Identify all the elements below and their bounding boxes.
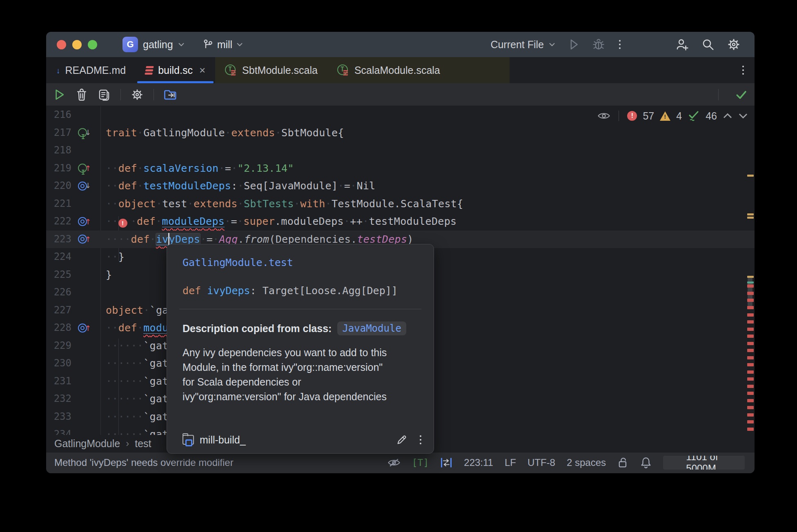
trait-member-gutter-icon[interactable] bbox=[77, 163, 89, 173]
run-script-icon[interactable] bbox=[53, 88, 66, 101]
minimize-window-button[interactable] bbox=[72, 40, 82, 49]
stripe-mark[interactable] bbox=[747, 282, 754, 284]
add-user-icon[interactable] bbox=[675, 38, 689, 51]
error-badge-icon[interactable]: ! bbox=[627, 111, 637, 121]
vcs-widget[interactable]: mill bbox=[203, 39, 243, 51]
stripe-mark[interactable] bbox=[747, 306, 754, 309]
unlocked-icon[interactable] bbox=[617, 457, 629, 469]
stripe-mark[interactable] bbox=[747, 349, 754, 352]
edit-pencil-icon[interactable] bbox=[396, 434, 407, 446]
code-line[interactable]: 222··!·def·moduleDeps·=·super.moduleDeps… bbox=[46, 213, 755, 231]
stripe-mark[interactable] bbox=[747, 406, 754, 409]
stripe-mark[interactable] bbox=[747, 335, 754, 338]
stripe-mark[interactable] bbox=[747, 292, 754, 295]
stripe-mark[interactable] bbox=[747, 175, 754, 177]
prev-problem-chevron-icon[interactable] bbox=[723, 113, 732, 119]
run-configuration-select[interactable]: Current File bbox=[490, 39, 555, 51]
override-gutter-icon[interactable] bbox=[77, 181, 89, 191]
code-line[interactable]: 219··def·scalaVersion·=·"2.13.14" bbox=[46, 160, 755, 177]
trait-member-gutter-icon[interactable] bbox=[77, 127, 89, 138]
warning-count[interactable]: 4 bbox=[676, 110, 682, 122]
error-bulb-icon[interactable]: ! bbox=[118, 213, 131, 231]
stripe-mark[interactable] bbox=[747, 377, 754, 381]
stripe-mark[interactable] bbox=[747, 213, 754, 215]
code-text[interactable]: ··!·def·moduleDeps·=·super.moduleDeps·++… bbox=[106, 213, 755, 231]
line-ending[interactable]: LF bbox=[505, 457, 516, 468]
passed-count[interactable]: 46 bbox=[706, 110, 717, 122]
tab-label: ScalaModule.scala bbox=[354, 64, 440, 76]
stripe-mark[interactable] bbox=[747, 399, 754, 402]
stripe-mark[interactable] bbox=[747, 420, 754, 423]
doc-description-line: Module, in the format ivy"org::name:vers… bbox=[183, 360, 418, 375]
tab-options-icon[interactable] bbox=[741, 64, 746, 76]
stripe-mark[interactable] bbox=[747, 428, 754, 431]
project-widget[interactable]: G gatling bbox=[122, 37, 185, 52]
doc-more-icon[interactable] bbox=[418, 434, 423, 446]
tab-sbtmodule[interactable]: SbtModule.scala bbox=[215, 57, 327, 83]
zoom-window-button[interactable] bbox=[88, 40, 97, 49]
override-gutter-icon[interactable] bbox=[77, 216, 89, 227]
doc-class-chip[interactable]: JavaModule bbox=[337, 321, 406, 335]
stripe-mark[interactable] bbox=[747, 413, 754, 417]
indent-setting[interactable]: 2 spaces bbox=[567, 457, 606, 468]
more-actions-icon[interactable] bbox=[617, 38, 622, 51]
code-line[interactable]: 217trait·GatlingModule·extends·SbtModule… bbox=[46, 124, 755, 142]
doc-qualifier-link[interactable]: GatlingModule.test bbox=[183, 257, 418, 268]
delete-icon[interactable] bbox=[76, 88, 88, 101]
stripe-mark[interactable] bbox=[747, 356, 754, 359]
code-line[interactable]: 218 bbox=[46, 142, 755, 160]
tab-readme[interactable]: README.md bbox=[46, 57, 136, 83]
copy-icon[interactable] bbox=[98, 88, 111, 101]
warning-badge-icon[interactable] bbox=[660, 111, 670, 121]
memory-indicator[interactable]: 1101 of 5000M bbox=[663, 456, 745, 470]
error-stripe[interactable] bbox=[746, 106, 755, 435]
documentation-popup: GatlingModule.test def ivyDeps: Target[L… bbox=[167, 244, 434, 454]
close-tab-icon[interactable]: × bbox=[199, 64, 205, 77]
close-window-button[interactable] bbox=[57, 40, 66, 49]
file-encoding[interactable]: UTF-8 bbox=[528, 457, 555, 468]
code-text[interactable]: ··object·test·extends·SbtTests·with·Test… bbox=[106, 195, 755, 213]
breadcrumb-item[interactable]: GatlingModule bbox=[54, 438, 120, 450]
highlighting-eye-icon[interactable] bbox=[597, 111, 610, 121]
stripe-mark[interactable] bbox=[747, 370, 754, 374]
run-icon[interactable] bbox=[568, 38, 580, 51]
line-number: 221 bbox=[46, 195, 71, 213]
error-count[interactable]: 57 bbox=[643, 110, 654, 122]
stripe-mark[interactable] bbox=[747, 284, 754, 288]
override-gutter-icon[interactable] bbox=[77, 323, 89, 333]
code-line[interactable]: 220··def·testModuleDeps:·Seq[JavaModule]… bbox=[46, 177, 755, 195]
stripe-mark[interactable] bbox=[747, 385, 754, 388]
code-text[interactable]: ··def·scalaVersion·=·"2.13.14" bbox=[106, 160, 755, 177]
search-icon[interactable] bbox=[701, 38, 715, 51]
caret-position[interactable]: 223:11 bbox=[464, 457, 493, 468]
script-settings-gear-icon[interactable] bbox=[131, 88, 144, 101]
open-in-console-icon[interactable] bbox=[164, 89, 178, 101]
inspections-off-eye-icon[interactable] bbox=[387, 457, 401, 468]
stripe-mark[interactable] bbox=[747, 328, 754, 331]
type-annotation-badge[interactable]: [T] bbox=[412, 457, 429, 468]
stripe-mark[interactable] bbox=[747, 363, 754, 366]
breadcrumb-item[interactable]: test bbox=[135, 438, 151, 450]
stripe-mark[interactable] bbox=[747, 320, 754, 324]
soft-wrap-icon[interactable] bbox=[440, 457, 452, 468]
passed-check-icon[interactable] bbox=[688, 110, 700, 122]
toolbar-separator bbox=[120, 89, 121, 100]
code-text[interactable]: trait·GatlingModule·extends·SbtModule{ bbox=[106, 124, 755, 142]
settings-gear-icon[interactable] bbox=[727, 38, 741, 51]
problems-check-icon[interactable] bbox=[734, 88, 748, 102]
stripe-mark[interactable] bbox=[747, 342, 754, 345]
stripe-mark[interactable] bbox=[747, 313, 754, 317]
stripe-mark[interactable] bbox=[747, 217, 754, 219]
debug-bug-icon[interactable] bbox=[592, 38, 605, 51]
stripe-mark[interactable] bbox=[747, 276, 754, 278]
tab-scalamodule[interactable]: ScalaModule.scala bbox=[327, 57, 510, 83]
inspections-widget: ! 57 4 46 bbox=[597, 108, 748, 124]
stripe-mark[interactable] bbox=[747, 299, 754, 302]
tab-build-sc[interactable]: build.sc × bbox=[136, 57, 215, 83]
chevron-down-icon bbox=[236, 42, 243, 47]
code-line[interactable]: 221··object·test·extends·SbtTests·with·T… bbox=[46, 195, 755, 213]
code-text[interactable]: ··def·testModuleDeps:·Seq[JavaModule]·=·… bbox=[106, 177, 755, 195]
notifications-bell-icon[interactable] bbox=[640, 457, 652, 469]
stripe-mark[interactable] bbox=[747, 392, 754, 395]
override-gutter-icon[interactable] bbox=[77, 234, 89, 244]
